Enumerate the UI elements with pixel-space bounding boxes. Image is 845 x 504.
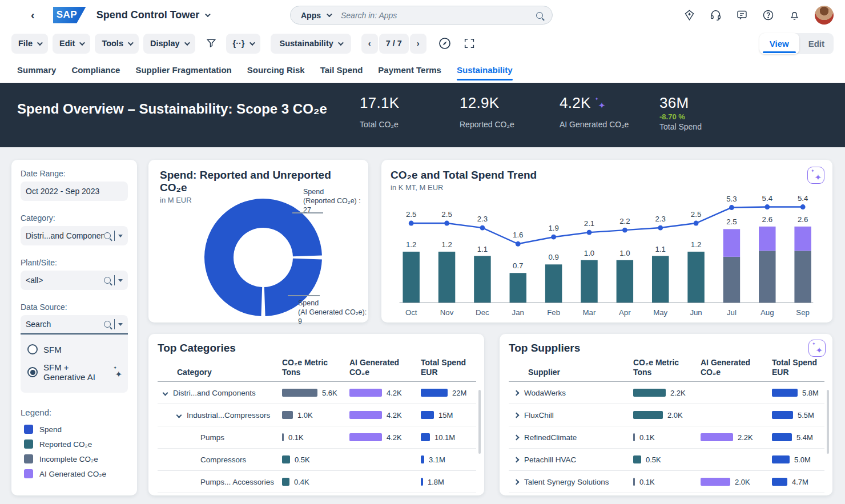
supplier-row[interactable]: FluxChill2.0K5.5M bbox=[509, 404, 824, 426]
line-data-point[interactable] bbox=[551, 235, 556, 240]
data-bar[interactable] bbox=[421, 411, 434, 419]
tab-supplier-fragmentation[interactable]: Supplier Fragmentation bbox=[135, 58, 231, 82]
next-page-button[interactable]: › bbox=[410, 34, 426, 54]
chevron-right-icon[interactable] bbox=[514, 479, 520, 485]
data-bar[interactable] bbox=[633, 433, 635, 441]
category-field[interactable]: Distri...and Components bbox=[21, 226, 128, 245]
data-bar[interactable] bbox=[633, 478, 635, 486]
view-mode-button[interactable]: View bbox=[759, 33, 799, 54]
bar-segment-oct[interactable] bbox=[403, 252, 419, 303]
bell-icon[interactable] bbox=[788, 9, 800, 21]
plant-field[interactable]: <all> bbox=[21, 271, 128, 290]
bar-segment-sep[interactable] bbox=[794, 251, 811, 303]
data-bar[interactable] bbox=[701, 433, 733, 441]
data-bar[interactable] bbox=[633, 455, 641, 463]
search-scope-label[interactable]: Apps bbox=[301, 11, 321, 20]
help-icon[interactable] bbox=[762, 9, 774, 21]
line-data-point[interactable] bbox=[800, 204, 806, 209]
data-bar[interactable] bbox=[772, 389, 798, 397]
app-title-caret-icon[interactable] bbox=[205, 11, 211, 17]
bar-segment-jul[interactable] bbox=[723, 257, 740, 303]
tab-payment-terms[interactable]: Payment Terms bbox=[378, 58, 441, 82]
tab-tail-spend[interactable]: Tail Spend bbox=[320, 58, 363, 82]
bar-segment-may[interactable] bbox=[652, 256, 669, 303]
data-bar[interactable] bbox=[282, 389, 317, 397]
radio-unselected-icon[interactable] bbox=[27, 344, 38, 354]
category-row[interactable]: Distri...and Components5.6K4.2K22M bbox=[158, 382, 476, 404]
bar-segment-jul[interactable] bbox=[723, 229, 740, 257]
suppliers-scrollbar[interactable] bbox=[827, 390, 829, 454]
menu-display-button[interactable]: Display bbox=[143, 34, 195, 54]
line-data-point[interactable] bbox=[694, 221, 699, 226]
line-data-point[interactable] bbox=[444, 221, 449, 226]
global-search[interactable]: Apps Search in: Apps bbox=[290, 6, 553, 25]
code-variables-button[interactable]: {··} bbox=[226, 34, 260, 54]
line-data-point[interactable] bbox=[409, 221, 414, 226]
bar-segment-jun[interactable] bbox=[687, 252, 704, 303]
data-bar[interactable] bbox=[772, 478, 787, 486]
menu-edit-button[interactable]: Edit bbox=[53, 34, 90, 54]
bar-segment-sep[interactable] bbox=[794, 227, 811, 251]
data-bar[interactable] bbox=[421, 455, 424, 463]
data-bar[interactable] bbox=[772, 433, 792, 441]
category-row[interactable]: Pumps... Accessories0.4K1.8M bbox=[158, 471, 476, 493]
data-bar[interactable] bbox=[349, 411, 382, 419]
line-data-point[interactable] bbox=[587, 230, 592, 235]
supplier-row[interactable]: RefinedClimate0.1K2.2K5.4M bbox=[509, 426, 824, 449]
line-data-point[interactable] bbox=[622, 228, 627, 233]
menu-tools-button[interactable]: Tools bbox=[95, 34, 139, 54]
chevron-down-icon[interactable] bbox=[163, 390, 168, 396]
line-data-point[interactable] bbox=[764, 204, 770, 209]
category-row[interactable]: Industrial...Compressors1.0K4.2K15M bbox=[158, 404, 476, 426]
data-bar[interactable] bbox=[282, 411, 293, 419]
data-source-dropdown-icon[interactable] bbox=[118, 323, 123, 326]
data-source-search-icon[interactable] bbox=[104, 321, 111, 328]
line-data-point[interactable] bbox=[729, 205, 734, 210]
plant-search-icon[interactable] bbox=[104, 277, 111, 284]
search-icon[interactable] bbox=[536, 12, 543, 19]
chevron-down-icon[interactable] bbox=[176, 412, 182, 418]
edit-mode-button[interactable]: Edit bbox=[799, 33, 834, 54]
chevron-right-icon[interactable] bbox=[514, 412, 520, 418]
data-bar[interactable] bbox=[772, 411, 793, 419]
data-bar[interactable] bbox=[421, 389, 448, 397]
data-bar[interactable] bbox=[633, 389, 666, 397]
tab-sourcing-risk[interactable]: Sourcing Risk bbox=[247, 58, 305, 82]
col-header-spend[interactable]: Total SpendEUR bbox=[772, 358, 824, 377]
tab-compliance[interactable]: Compliance bbox=[71, 58, 120, 82]
bar-segment-mar[interactable] bbox=[581, 260, 597, 303]
data-bar[interactable] bbox=[701, 478, 730, 486]
line-data-point[interactable] bbox=[658, 225, 663, 231]
fullscreen-button[interactable] bbox=[460, 34, 479, 54]
bar-segment-apr[interactable] bbox=[617, 260, 633, 303]
col-header-ai[interactable]: AI GeneratedCO₂e bbox=[349, 358, 421, 377]
spend-trend-line[interactable] bbox=[411, 207, 803, 244]
data-bar[interactable] bbox=[772, 455, 790, 463]
supplier-row[interactable]: Talent Synergy Solutions0.1K2.0K4.7M bbox=[509, 471, 824, 493]
back-chevron-icon[interactable]: ‹ bbox=[31, 9, 35, 22]
category-search-icon[interactable] bbox=[104, 232, 111, 239]
page-dropdown[interactable]: Sustainability bbox=[271, 34, 351, 54]
bar-segment-dec[interactable] bbox=[474, 256, 490, 303]
col-header-co2[interactable]: CO₂e MetricTons bbox=[282, 358, 349, 377]
data-bar[interactable] bbox=[282, 433, 284, 441]
prev-page-button[interactable]: ‹ bbox=[361, 34, 378, 54]
data-bar[interactable] bbox=[282, 478, 289, 486]
chevron-right-icon[interactable] bbox=[514, 434, 520, 440]
category-row[interactable]: Compressors0.5K3.1M bbox=[158, 449, 476, 471]
col-header-supplier[interactable]: Supplier bbox=[509, 368, 633, 377]
bar-segment-aug[interactable] bbox=[759, 251, 775, 303]
col-header-co2[interactable]: CO₂e MetricTons bbox=[633, 358, 701, 377]
search-scope-caret-icon[interactable] bbox=[327, 11, 332, 17]
date-range-field[interactable]: Oct 2022 - Sep 2023 bbox=[21, 182, 128, 201]
data-bar[interactable] bbox=[421, 433, 430, 441]
data-bar[interactable] bbox=[633, 411, 663, 419]
data-bar[interactable] bbox=[349, 389, 382, 397]
bar-segment-nov[interactable] bbox=[438, 252, 455, 303]
col-header-ai[interactable]: AI GeneratedCO₂e bbox=[701, 358, 772, 377]
chevron-right-icon[interactable] bbox=[514, 390, 520, 396]
col-header-category[interactable]: Category bbox=[158, 368, 282, 377]
radio-option-sfm[interactable]: SFM bbox=[26, 340, 122, 358]
gem-icon[interactable] bbox=[683, 9, 695, 21]
search-input[interactable]: Search in: Apps bbox=[341, 11, 536, 20]
